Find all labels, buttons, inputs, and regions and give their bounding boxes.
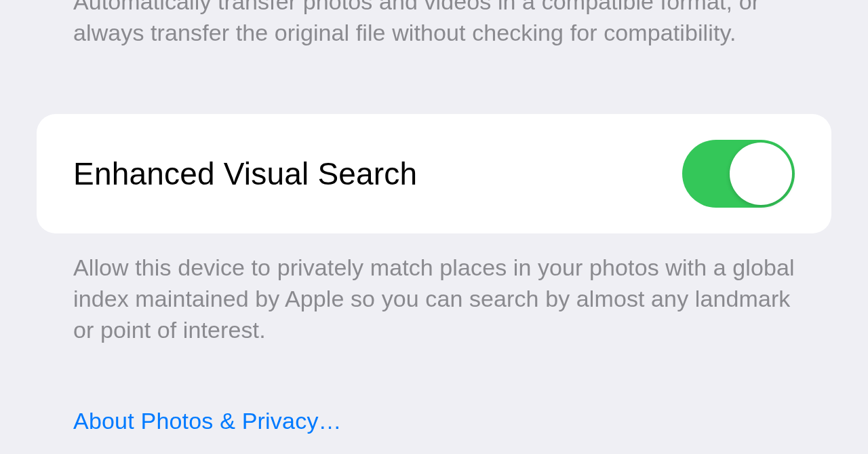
enhanced-visual-search-row[interactable]: Enhanced Visual Search <box>37 114 831 233</box>
visual-search-footer-text: Allow this device to privately match pla… <box>0 252 868 346</box>
enhanced-visual-search-label: Enhanced Visual Search <box>73 155 417 192</box>
transfer-footer-text: Automatically transfer photos and videos… <box>0 0 868 49</box>
toggle-knob <box>730 143 792 205</box>
privacy-link-row: About Photos & Privacy… <box>0 408 868 434</box>
enhanced-visual-search-toggle[interactable] <box>682 140 795 208</box>
settings-section: Automatically transfer photos and videos… <box>0 0 868 434</box>
about-photos-privacy-link[interactable]: About Photos & Privacy… <box>73 408 342 434</box>
